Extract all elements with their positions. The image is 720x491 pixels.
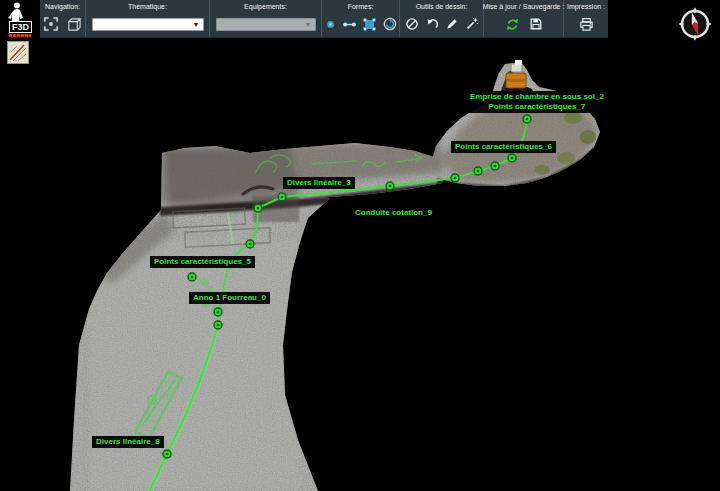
save-icon[interactable] <box>529 17 543 31</box>
feature-label-line2: Points caractéristiques_7 <box>488 102 585 111</box>
cube-3d-icon[interactable] <box>66 16 82 32</box>
chevron-down-icon: ▼ <box>305 21 312 28</box>
toolbar-section-thematique: Thématique: ▼ <box>86 0 210 37</box>
section-label-thematique: Thématique: <box>128 2 167 11</box>
toolbar-section-equipements: Equipements: ▼ <box>210 0 322 37</box>
refresh-icon[interactable] <box>505 17 520 32</box>
section-label-navigation: Navigation: <box>45 2 80 11</box>
compass-icon <box>675 3 715 45</box>
undo-icon[interactable] <box>425 17 439 31</box>
logo-subtitle-mark <box>9 34 31 37</box>
segment-tool-icon[interactable] <box>342 17 357 32</box>
section-label-impression: Impression : <box>567 2 605 11</box>
feature-label-line1: Emprise de chambre en sous sol_2 <box>470 92 604 101</box>
equipements-select[interactable]: ▼ <box>216 18 316 31</box>
section-label-equipements: Equipements: <box>244 2 287 11</box>
no-draw-icon[interactable] <box>405 17 419 31</box>
thematique-select[interactable]: ▼ <box>92 18 204 31</box>
toolbar-section-navigation: Navigation: <box>40 0 86 37</box>
magic-wand-icon[interactable] <box>465 17 479 31</box>
point-tool-icon[interactable] <box>324 18 337 31</box>
logo-text: F3D <box>9 21 32 33</box>
toolbar-section-impression: Impression : <box>564 0 608 37</box>
point-cloud-viewport[interactable] <box>0 0 720 491</box>
feature-label-points-5[interactable]: Points caractéristiques_5 <box>150 256 255 268</box>
feature-label-divers-3[interactable]: Divers linéaire_3 <box>283 177 355 189</box>
feature-label-anno-fourreau[interactable]: Anno 1 Fourreau_0 <box>189 292 270 304</box>
compass-rose[interactable] <box>675 3 715 49</box>
main-toolbar: Navigation: Thématique: ▼ Equipements: <box>40 0 608 38</box>
application-window: Emprise de chambre en sous sol_2 Points … <box>0 0 720 491</box>
polygon-tool-icon[interactable] <box>362 17 377 32</box>
feature-label-emprise-chambre[interactable]: Emprise de chambre en sous sol_2 Points … <box>466 91 608 113</box>
printer-icon[interactable] <box>579 17 594 32</box>
feature-label-points-6[interactable]: Points caractéristiques_6 <box>451 141 556 153</box>
circle-tool-icon[interactable] <box>382 16 398 32</box>
pan-extent-icon[interactable] <box>43 16 59 32</box>
toolbar-section-outils: Outils de dessin: <box>400 0 484 37</box>
pencil-icon[interactable] <box>445 17 459 31</box>
feature-label-conduite-9[interactable]: Conduite cotation_9 <box>351 207 436 219</box>
feature-label-divers-8[interactable]: Divers linéaire_8 <box>92 436 164 448</box>
overview-thumbnail[interactable] <box>7 41 29 64</box>
section-label-outils: Outils de dessin: <box>416 2 468 11</box>
section-label-formes: Formes: <box>348 2 374 11</box>
chevron-down-icon: ▼ <box>193 21 200 28</box>
toolbar-section-formes: Formes: <box>322 0 400 37</box>
toolbar-section-sauvegarde: Mise à jour / Sauvegarde : <box>484 0 564 37</box>
ortho-point-cloud <box>0 0 720 491</box>
app-logo: F3D <box>2 1 38 41</box>
overview-thumbnail-sketch <box>8 42 28 63</box>
section-label-sauvegarde: Mise à jour / Sauvegarde : <box>483 2 565 11</box>
